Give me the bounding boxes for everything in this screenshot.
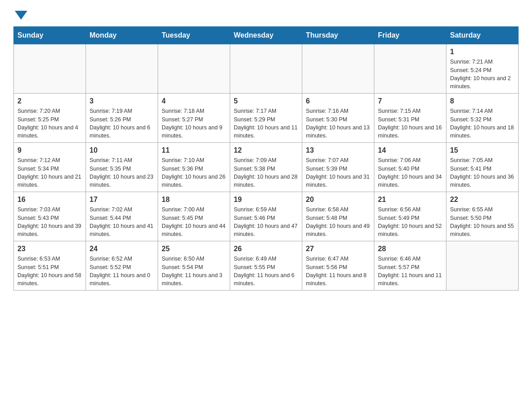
day-number: 8	[450, 96, 515, 106]
calendar-cell: 4Sunrise: 7:18 AMSunset: 5:27 PMDaylight…	[158, 94, 230, 143]
calendar-cell: 5Sunrise: 7:17 AMSunset: 5:29 PMDaylight…	[230, 94, 302, 143]
day-number: 19	[234, 195, 298, 205]
calendar-cell: 6Sunrise: 7:16 AMSunset: 5:30 PMDaylight…	[302, 94, 374, 143]
header-cell-thursday: Thursday	[302, 27, 374, 44]
day-info: Sunrise: 7:15 AMSunset: 5:31 PMDaylight:…	[378, 107, 442, 140]
calendar-cell: 28Sunrise: 6:46 AMSunset: 5:57 PMDayligh…	[374, 241, 446, 291]
calendar-cell: 25Sunrise: 6:50 AMSunset: 5:54 PMDayligh…	[158, 241, 230, 291]
calendar-cell: 8Sunrise: 7:14 AMSunset: 5:32 PMDaylight…	[446, 94, 519, 143]
day-info: Sunrise: 7:12 AMSunset: 5:34 PMDaylight:…	[17, 156, 82, 189]
day-number: 18	[162, 195, 226, 205]
calendar-cell	[302, 44, 374, 94]
header-cell-saturday: Saturday	[446, 27, 519, 44]
calendar-week-row: 2Sunrise: 7:20 AMSunset: 5:25 PMDaylight…	[14, 94, 519, 143]
day-info: Sunrise: 6:55 AMSunset: 5:50 PMDaylight:…	[450, 206, 515, 238]
calendar-header: SundayMondayTuesdayWednesdayThursdayFrid…	[14, 27, 519, 44]
calendar-cell: 23Sunrise: 6:53 AMSunset: 5:51 PMDayligh…	[14, 241, 86, 291]
calendar-cell: 3Sunrise: 7:19 AMSunset: 5:26 PMDaylight…	[86, 94, 158, 143]
calendar-cell	[86, 44, 158, 94]
day-number: 6	[306, 96, 370, 106]
day-info: Sunrise: 7:16 AMSunset: 5:30 PMDaylight:…	[306, 107, 370, 140]
day-number: 2	[17, 96, 82, 106]
day-info: Sunrise: 6:58 AMSunset: 5:48 PMDaylight:…	[306, 206, 370, 238]
day-number: 26	[234, 244, 298, 254]
day-number: 12	[234, 146, 298, 155]
day-info: Sunrise: 7:06 AMSunset: 5:40 PMDaylight:…	[378, 156, 442, 189]
day-info: Sunrise: 7:21 AMSunset: 5:24 PMDaylight:…	[450, 58, 515, 90]
day-info: Sunrise: 6:49 AMSunset: 5:55 PMDaylight:…	[234, 255, 298, 287]
day-info: Sunrise: 7:17 AMSunset: 5:29 PMDaylight:…	[234, 107, 298, 140]
page-header	[13, 9, 519, 17]
calendar-week-row: 1Sunrise: 7:21 AMSunset: 5:24 PMDaylight…	[14, 44, 519, 94]
day-number: 7	[378, 96, 442, 106]
calendar-cell: 17Sunrise: 7:02 AMSunset: 5:44 PMDayligh…	[86, 192, 158, 241]
day-info: Sunrise: 7:03 AMSunset: 5:43 PMDaylight:…	[17, 206, 82, 238]
day-number: 27	[306, 244, 370, 254]
day-info: Sunrise: 7:09 AMSunset: 5:38 PMDaylight:…	[234, 156, 298, 189]
calendar-cell: 18Sunrise: 7:00 AMSunset: 5:45 PMDayligh…	[158, 192, 230, 241]
logo-arrow-icon	[15, 11, 27, 20]
day-info: Sunrise: 7:18 AMSunset: 5:27 PMDaylight:…	[162, 107, 226, 140]
calendar-cell	[14, 44, 86, 94]
header-row: SundayMondayTuesdayWednesdayThursdayFrid…	[14, 27, 519, 44]
calendar-cell: 27Sunrise: 6:47 AMSunset: 5:56 PMDayligh…	[302, 241, 374, 291]
calendar-cell: 19Sunrise: 6:59 AMSunset: 5:46 PMDayligh…	[230, 192, 302, 241]
day-info: Sunrise: 6:59 AMSunset: 5:46 PMDaylight:…	[234, 206, 298, 238]
calendar-cell: 24Sunrise: 6:52 AMSunset: 5:52 PMDayligh…	[86, 241, 158, 291]
calendar-body: 1Sunrise: 7:21 AMSunset: 5:24 PMDaylight…	[14, 44, 519, 291]
day-info: Sunrise: 7:05 AMSunset: 5:41 PMDaylight:…	[450, 156, 515, 189]
day-number: 5	[234, 96, 298, 106]
calendar-cell	[158, 44, 230, 94]
calendar-cell: 11Sunrise: 7:10 AMSunset: 5:36 PMDayligh…	[158, 143, 230, 192]
calendar-cell: 21Sunrise: 6:56 AMSunset: 5:49 PMDayligh…	[374, 192, 446, 241]
day-number: 20	[306, 195, 370, 205]
day-info: Sunrise: 7:07 AMSunset: 5:39 PMDaylight:…	[306, 156, 370, 189]
day-number: 15	[450, 146, 515, 155]
calendar-cell: 7Sunrise: 7:15 AMSunset: 5:31 PMDaylight…	[374, 94, 446, 143]
day-number: 17	[90, 195, 154, 205]
day-info: Sunrise: 7:11 AMSunset: 5:35 PMDaylight:…	[90, 156, 154, 189]
day-number: 9	[17, 146, 82, 155]
day-number: 10	[90, 146, 154, 155]
day-info: Sunrise: 7:00 AMSunset: 5:45 PMDaylight:…	[162, 206, 226, 238]
day-info: Sunrise: 7:02 AMSunset: 5:44 PMDaylight:…	[90, 206, 154, 238]
day-number: 16	[17, 195, 82, 205]
calendar-cell: 20Sunrise: 6:58 AMSunset: 5:48 PMDayligh…	[302, 192, 374, 241]
calendar-cell: 26Sunrise: 6:49 AMSunset: 5:55 PMDayligh…	[230, 241, 302, 291]
day-info: Sunrise: 6:50 AMSunset: 5:54 PMDaylight:…	[162, 255, 226, 287]
day-number: 22	[450, 195, 515, 205]
day-number: 11	[162, 146, 226, 155]
header-cell-monday: Monday	[86, 27, 158, 44]
calendar-cell: 1Sunrise: 7:21 AMSunset: 5:24 PMDaylight…	[446, 44, 519, 94]
day-number: 23	[17, 244, 82, 254]
day-number: 13	[306, 146, 370, 155]
day-number: 25	[162, 244, 226, 254]
day-number: 24	[90, 244, 154, 254]
calendar-cell: 12Sunrise: 7:09 AMSunset: 5:38 PMDayligh…	[230, 143, 302, 192]
calendar-cell	[374, 44, 446, 94]
day-info: Sunrise: 6:52 AMSunset: 5:52 PMDaylight:…	[90, 255, 154, 287]
day-info: Sunrise: 7:14 AMSunset: 5:32 PMDaylight:…	[450, 107, 515, 140]
day-info: Sunrise: 7:10 AMSunset: 5:36 PMDaylight:…	[162, 156, 226, 189]
day-number: 1	[450, 47, 515, 57]
calendar-cell: 22Sunrise: 6:55 AMSunset: 5:50 PMDayligh…	[446, 192, 519, 241]
calendar-cell: 10Sunrise: 7:11 AMSunset: 5:35 PMDayligh…	[86, 143, 158, 192]
calendar-cell: 14Sunrise: 7:06 AMSunset: 5:40 PMDayligh…	[374, 143, 446, 192]
day-info: Sunrise: 7:20 AMSunset: 5:25 PMDaylight:…	[17, 107, 82, 140]
day-number: 21	[378, 195, 442, 205]
calendar-cell: 2Sunrise: 7:20 AMSunset: 5:25 PMDaylight…	[14, 94, 86, 143]
calendar-cell: 15Sunrise: 7:05 AMSunset: 5:41 PMDayligh…	[446, 143, 519, 192]
calendar-cell	[446, 241, 519, 291]
calendar-cell: 9Sunrise: 7:12 AMSunset: 5:34 PMDaylight…	[14, 143, 86, 192]
header-cell-sunday: Sunday	[14, 27, 86, 44]
calendar-week-row: 23Sunrise: 6:53 AMSunset: 5:51 PMDayligh…	[14, 241, 519, 291]
day-number: 14	[378, 146, 442, 155]
day-info: Sunrise: 6:56 AMSunset: 5:49 PMDaylight:…	[378, 206, 442, 238]
calendar-table: SundayMondayTuesdayWednesdayThursdayFrid…	[13, 26, 519, 291]
calendar-cell: 16Sunrise: 7:03 AMSunset: 5:43 PMDayligh…	[14, 192, 86, 241]
calendar-week-row: 9Sunrise: 7:12 AMSunset: 5:34 PMDaylight…	[14, 143, 519, 192]
day-info: Sunrise: 7:19 AMSunset: 5:26 PMDaylight:…	[90, 107, 154, 140]
calendar-week-row: 16Sunrise: 7:03 AMSunset: 5:43 PMDayligh…	[14, 192, 519, 241]
day-info: Sunrise: 6:46 AMSunset: 5:57 PMDaylight:…	[378, 255, 442, 287]
header-cell-friday: Friday	[374, 27, 446, 44]
